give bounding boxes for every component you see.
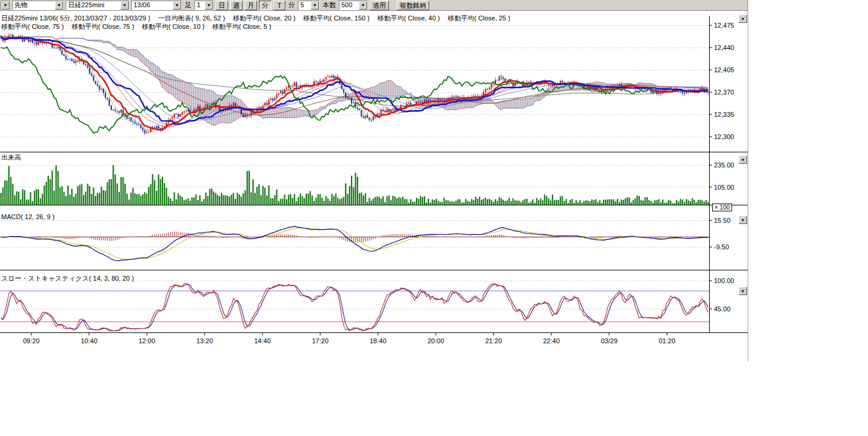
chart-legend-row-1: 日経225mini 13/06( 5分, 2013/03/27 - 2013/0… [1,14,510,23]
bar-count-label: 本数 [321,1,337,10]
legend-item: 一目均衡表( 9, 26, 52 ) [158,14,225,23]
legend-item: 移動平均( Close, 25 ) [448,14,510,23]
legend-item: 移動平均( Close, 75 ) [72,22,134,31]
chart-application-window: ▼ 先物 ▼ 日経225mini ▼ 13/06 ▼ 足 1 ▼ 日 週 月 分… [0,0,868,436]
chart-legend-row-2: 移動平均( Close, 75 ) 移動平均( Close, 75 ) 移動平均… [1,22,271,31]
chart-area: 12,47512,44012,40512,37012,33512,300235.… [0,11,868,361]
minute-interval-label: 分 [287,1,296,10]
chart-canvas[interactable] [0,11,748,361]
window-edge-divider [748,0,748,361]
contract-dropdown[interactable]: 13/06 ▼ [131,1,182,10]
period-minute-button[interactable]: 分 [259,1,271,10]
volume-pane-menu-button[interactable]: ▼ [739,155,747,164]
price-pane-menu-button[interactable]: ▼ [739,14,747,23]
period-month-button[interactable]: 月 [244,1,257,10]
minute-interval-value: 5 [299,1,311,10]
corner-dropdown[interactable]: ▼ [1,1,10,10]
chevron-down-icon[interactable]: ▼ [311,1,319,10]
chevron-down-icon[interactable]: ▼ [120,1,129,10]
volume-unit-badge: × 100 [712,204,732,211]
stoch-pane-menu-button[interactable]: ▼ [739,287,747,295]
macd-pane-title: MACD( 12, 26, 9 ) [1,213,55,220]
bar-count-value: 500 [339,1,359,10]
market-dropdown-value: 先物 [13,1,55,10]
bar-type-label: 足 [184,1,193,10]
legend-item: 移動平均( Close, 20 ) [233,14,296,23]
legend-item: 移動平均( Close, 10 ) [142,22,205,31]
symbol-dropdown[interactable]: 日経225mini ▼ [66,1,129,10]
multi-symbol-button[interactable]: 複数銘柄 [397,1,429,10]
stoch-pane-title: スロー・ストキャスティクス( 14, 3, 80, 20 ) [1,274,134,283]
bar-count-dropdown[interactable]: 500 ▼ [339,1,368,10]
period-week-button[interactable]: 週 [230,1,243,10]
period-day-button[interactable]: 日 [215,1,228,10]
market-dropdown[interactable]: 先物 ▼ [12,1,64,10]
chevron-down-icon[interactable]: ▼ [1,1,10,10]
bar-unit-dropdown[interactable]: 1 ▼ [194,1,214,10]
legend-item: 移動平均( Close, 75 ) [1,22,64,31]
minute-interval-dropdown[interactable]: 5 ▼ [298,1,320,10]
legend-item: 移動平均( Close, 150 ) [303,14,370,23]
legend-item: 移動平均( Close, 5 ) [212,22,271,31]
macd-pane-menu-button[interactable]: ▼ [739,216,747,224]
chevron-down-icon[interactable]: ▼ [173,1,181,10]
chevron-down-icon[interactable]: ▼ [55,1,63,10]
contract-dropdown-value: 13/06 [132,1,173,10]
chevron-down-icon[interactable]: ▼ [205,1,213,10]
bar-unit-value: 1 [195,1,205,10]
symbol-dropdown-value: 日経225mini [66,1,120,10]
apply-button[interactable]: 適用 [370,1,389,10]
legend-item: 移動平均( Close, 40 ) [377,14,440,23]
volume-pane-title: 出来高 [1,153,21,162]
toolbar: ▼ 先物 ▼ 日経225mini ▼ 13/06 ▼ 足 1 ▼ 日 週 月 分… [0,0,748,11]
chevron-down-icon[interactable]: ▼ [359,1,367,10]
period-tick-button[interactable]: T [273,1,285,10]
legend-item: 日経225mini 13/06( 5分, 2013/03/27 - 2013/0… [1,14,150,23]
